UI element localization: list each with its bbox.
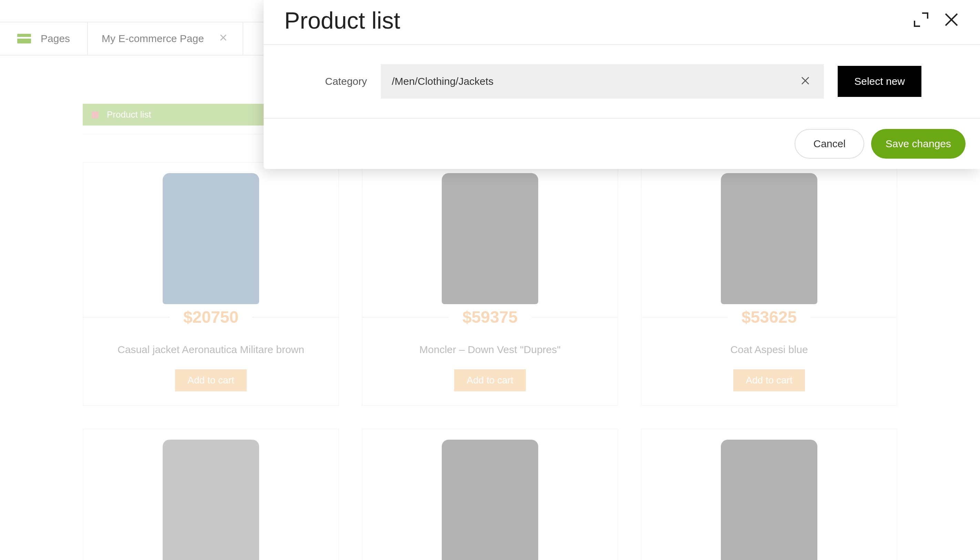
product-list-modal: Product list Category — [264, 0, 980, 169]
add-to-cart-button[interactable]: Add to cart — [733, 369, 805, 392]
product-image — [642, 163, 897, 304]
modal-footer: Cancel Save changes — [264, 118, 980, 169]
add-to-cart-button[interactable]: Add to cart — [175, 369, 246, 392]
modal-header: Product list — [264, 0, 980, 45]
section-title: Product list — [107, 109, 151, 120]
select-new-button[interactable]: Select new — [838, 66, 922, 97]
product-card — [83, 428, 339, 560]
product-price: $53625 — [728, 308, 811, 327]
modal-overlay: Product list Category — [0, 0, 980, 560]
category-field[interactable] — [381, 64, 824, 98]
product-image — [642, 429, 897, 560]
product-image — [83, 163, 338, 304]
status-dot-icon — [92, 112, 98, 118]
product-image — [362, 429, 618, 560]
pages-label: Pages — [41, 33, 70, 45]
clear-icon[interactable] — [798, 73, 813, 90]
save-button[interactable]: Save changes — [871, 129, 965, 158]
pages-icon — [17, 34, 31, 43]
cancel-button[interactable]: Cancel — [795, 129, 864, 158]
expand-icon[interactable] — [912, 11, 930, 30]
close-icon[interactable] — [943, 12, 959, 29]
product-name: Coat Aspesi blue — [723, 344, 815, 355]
category-input[interactable] — [392, 75, 798, 87]
product-card — [641, 428, 897, 560]
product-card: $59375 Moncler – Down Vest "Dupres" Add … — [362, 162, 618, 406]
product-price: $59375 — [448, 308, 532, 327]
tab-my-ecommerce-page[interactable]: My E-commerce Page — [88, 22, 243, 55]
product-name: Casual jacket Aeronautica Militare brown — [111, 344, 311, 355]
product-card: $20750 Casual jacket Aeronautica Militar… — [83, 162, 339, 406]
modal-body: Category Select new — [264, 45, 980, 118]
pages-tab[interactable]: Pages — [0, 22, 88, 55]
product-price: $20750 — [169, 308, 252, 327]
modal-title: Product list — [284, 7, 400, 34]
tab-label: My E-commerce Page — [102, 33, 204, 45]
product-card: $53625 Coat Aspesi blue Add to cart — [641, 162, 897, 406]
close-icon[interactable] — [218, 32, 229, 45]
add-to-cart-button[interactable]: Add to cart — [454, 369, 525, 392]
product-grid: $20750 Casual jacket Aeronautica Militar… — [83, 162, 897, 560]
category-label: Category — [284, 75, 367, 87]
product-card — [362, 428, 618, 560]
product-image — [362, 163, 618, 304]
product-name: Moncler – Down Vest "Dupres" — [412, 344, 568, 355]
product-image — [83, 429, 338, 560]
